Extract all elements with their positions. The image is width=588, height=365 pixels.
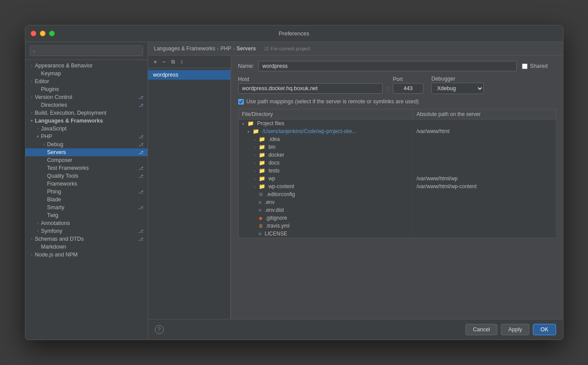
doc-icon: ≡: [259, 200, 261, 205]
repo-badge-icon: ⎇: [138, 94, 144, 100]
expand-arrow-icon: ›: [254, 185, 256, 189]
col-file: File/Directory: [238, 109, 413, 119]
port-input[interactable]: [393, 83, 423, 94]
sidebar-item-editor[interactable]: › Editor: [25, 77, 148, 85]
titlebar: Preferences: [25, 25, 563, 42]
sidebar-item-build[interactable]: › Build, Execution, Deployment: [25, 109, 148, 117]
file-name: LICENSE: [265, 231, 287, 237]
server-list: wordpress: [148, 68, 231, 319]
table-row[interactable]: › 📁 docs: [238, 159, 556, 167]
sidebar: ⌕ › Appearance & Behavior Keymap › Edito…: [25, 42, 148, 340]
search-icon: ⌕: [33, 48, 36, 53]
sidebar-item-test-frameworks[interactable]: Test Frameworks ⎇: [25, 164, 148, 172]
colon-col: . :: [385, 78, 391, 92]
sidebar-item-plugins[interactable]: Plugins: [25, 85, 148, 93]
sidebar-item-servers[interactable]: Servers ⎇: [25, 148, 148, 156]
remove-server-button[interactable]: −: [160, 57, 168, 66]
sidebar-item-appearance[interactable]: › Appearance & Behavior: [25, 62, 148, 70]
sidebar-item-frameworks[interactable]: Frameworks: [25, 180, 148, 188]
arrow-icon: ›: [29, 63, 35, 68]
folder-icon: 📁: [259, 175, 265, 182]
table-row[interactable]: › 📁 docker: [238, 151, 556, 159]
sidebar-item-debug[interactable]: › Debug ⎇: [25, 140, 148, 148]
path-mappings-checkbox[interactable]: [238, 99, 244, 105]
table-row[interactable]: › ≡ LICENSE: [238, 230, 556, 238]
sidebar-item-label: Version Control: [35, 94, 138, 100]
apply-button[interactable]: Apply: [501, 324, 529, 335]
project-label: For current project: [271, 46, 310, 51]
server-item-wordpress[interactable]: wordpress: [148, 70, 230, 80]
move-server-button[interactable]: ↕: [178, 57, 185, 66]
sidebar-item-phing[interactable]: Phing ⎇: [25, 188, 148, 196]
sidebar-item-languages[interactable]: ▾ Languages & Frameworks: [25, 117, 148, 125]
add-server-button[interactable]: +: [151, 57, 159, 66]
table-row[interactable]: › 📁 tests: [238, 167, 556, 175]
debugger-select[interactable]: Xdebug: [431, 83, 484, 94]
connection-row: Host . : Port Debugger: [238, 76, 556, 94]
table-row[interactable]: › 📁 bin: [238, 143, 556, 151]
table-row[interactable]: › ◆ .gitignore: [238, 214, 556, 222]
colon: :: [387, 85, 389, 92]
minimize-button[interactable]: [40, 31, 46, 36]
sidebar-item-schemas[interactable]: › Schemas and DTDs ⎇: [25, 235, 148, 243]
sidebar-item-markdown[interactable]: Markdown: [25, 243, 148, 251]
breadcrumb-sep2: ›: [233, 46, 235, 52]
table-row[interactable]: › 📁 wp-content /var/www/html/wp-content: [238, 182, 556, 190]
sidebar-item-symfony[interactable]: › Symfony ⎇: [25, 227, 148, 235]
sidebar-item-label: Servers: [47, 149, 138, 155]
table-row[interactable]: › ≣ .travis.yml: [238, 222, 556, 230]
sidebar-item-blade[interactable]: Blade: [25, 196, 148, 204]
sidebar-item-twig[interactable]: Twig: [25, 211, 148, 219]
arrow-icon: ›: [35, 221, 41, 225]
sidebar-item-label: Blade: [47, 197, 144, 203]
arrow-icon: ›: [29, 237, 35, 241]
table-row[interactable]: › 📁 .idea: [238, 135, 556, 143]
sidebar-item-directories[interactable]: Directories ⎇: [25, 101, 148, 109]
expand-arrow-icon: ▾: [242, 122, 244, 126]
help-button[interactable]: ?: [155, 325, 164, 334]
sidebar-item-quality-tools[interactable]: Quality Tools ⎇: [25, 172, 148, 180]
sidebar-item-php[interactable]: ▾ PHP ⎇: [25, 133, 148, 140]
arrow-icon: ▾: [35, 134, 41, 139]
close-button[interactable]: [31, 31, 36, 36]
arrow-icon: ›: [29, 111, 35, 115]
cancel-button[interactable]: Cancel: [465, 324, 497, 335]
file-name: .travis.yml: [266, 223, 289, 229]
sidebar-item-javascript[interactable]: › JavaScript: [25, 125, 148, 133]
ok-button[interactable]: OK: [533, 324, 556, 335]
table-row[interactable]: › 📁 wp /var/www/html/wp: [238, 175, 556, 182]
table-row[interactable]: › ≡ .env.dist: [238, 206, 556, 214]
sidebar-item-label: Keymap: [41, 70, 144, 77]
server-path: /var/www/html/wp-content: [416, 183, 476, 190]
folder-icon: 📁: [259, 168, 265, 174]
maximize-button[interactable]: [49, 31, 55, 36]
table-row[interactable]: › ≡ .env: [238, 198, 556, 206]
arrow-icon: ›: [41, 142, 47, 147]
toolbar: + − ⧉ ↕: [148, 56, 231, 68]
sidebar-item-label: Debug: [47, 141, 138, 147]
file-name: .editorconfig: [266, 191, 295, 197]
host-input[interactable]: [238, 83, 383, 94]
search-input[interactable]: [30, 46, 143, 56]
sidebar-item-keymap[interactable]: Keymap: [25, 70, 148, 77]
sidebar-item-nodejs[interactable]: › Node.js and NPM: [25, 251, 148, 259]
table-row[interactable]: ▾ 📁 Project files: [238, 119, 556, 128]
copy-server-button[interactable]: ⧉: [169, 57, 177, 66]
sidebar-item-composer[interactable]: Composer: [25, 156, 148, 164]
sidebar-item-annotations[interactable]: › Annotations: [25, 219, 148, 227]
table-row[interactable]: › ⚙ .editorconfig: [238, 190, 556, 198]
breadcrumb-project: ☑ For current project: [264, 46, 310, 52]
sidebar-item-smarty[interactable]: Smarty ⎇: [25, 204, 148, 211]
expand-arrow-icon: ›: [254, 177, 256, 181]
shared-checkbox[interactable]: [522, 63, 528, 69]
expand-arrow-icon: ›: [254, 137, 256, 142]
sidebar-item-version-control[interactable]: › Version Control ⎇: [25, 93, 148, 101]
repo-badge-icon: ⎇: [138, 173, 144, 179]
gear-icon: ⚙: [259, 192, 263, 197]
table-row[interactable]: ▾ 📁 /Users/ianjenkins/Code/wp-project-sk…: [238, 127, 556, 135]
name-row: Name: Shared: [238, 61, 556, 71]
name-input[interactable]: [258, 61, 517, 71]
file-name: docs: [268, 160, 279, 166]
breadcrumb-part2: PHP: [221, 46, 232, 52]
breadcrumb-current: Servers: [236, 46, 256, 52]
